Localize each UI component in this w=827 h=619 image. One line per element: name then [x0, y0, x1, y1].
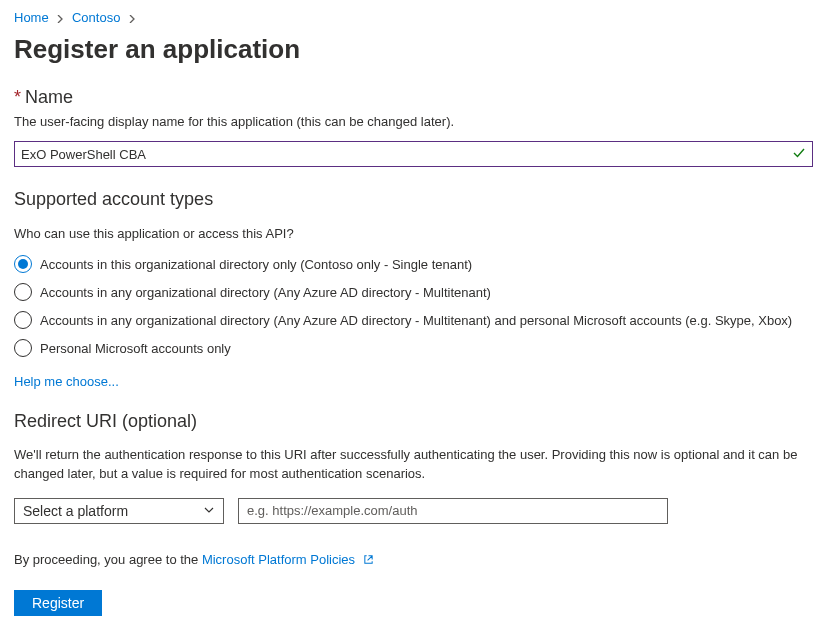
external-link-icon — [363, 553, 374, 568]
register-button[interactable]: Register — [14, 590, 102, 616]
platform-select[interactable]: Select a platform — [14, 498, 224, 524]
radio-icon — [14, 255, 32, 273]
help-me-choose-link[interactable]: Help me choose... — [14, 374, 119, 389]
chevron-right-icon — [128, 11, 136, 26]
radio-option-multitenant-personal[interactable]: Accounts in any organizational directory… — [14, 311, 813, 329]
radio-option-single-tenant[interactable]: Accounts in this organizational director… — [14, 255, 813, 273]
breadcrumb-home[interactable]: Home — [14, 10, 49, 25]
page-title: Register an application — [14, 34, 813, 65]
radio-option-personal-only[interactable]: Personal Microsoft accounts only — [14, 339, 813, 357]
account-types-question: Who can use this application or access t… — [14, 226, 813, 241]
radio-icon — [14, 283, 32, 301]
redirect-heading: Redirect URI (optional) — [14, 411, 813, 432]
platform-policies-link[interactable]: Microsoft Platform Policies — [202, 552, 355, 567]
radio-icon — [14, 339, 32, 357]
account-types-radio-group: Accounts in this organizational director… — [14, 255, 813, 357]
radio-label: Accounts in any organizational directory… — [40, 285, 491, 300]
name-description: The user-facing display name for this ap… — [14, 114, 813, 129]
radio-icon — [14, 311, 32, 329]
name-input[interactable] — [21, 147, 786, 162]
chevron-right-icon — [56, 11, 64, 26]
redirect-description: We'll return the authentication response… — [14, 446, 813, 484]
radio-label: Accounts in any organizational directory… — [40, 313, 792, 328]
name-input-wrapper[interactable] — [14, 141, 813, 167]
platform-select-value: Select a platform — [23, 503, 128, 519]
radio-label: Accounts in this organizational director… — [40, 257, 472, 272]
account-types-heading: Supported account types — [14, 189, 813, 210]
redirect-uri-input[interactable] — [238, 498, 668, 524]
chevron-down-icon — [203, 503, 215, 519]
radio-option-multitenant[interactable]: Accounts in any organizational directory… — [14, 283, 813, 301]
breadcrumb-contoso[interactable]: Contoso — [72, 10, 120, 25]
radio-label: Personal Microsoft accounts only — [40, 341, 231, 356]
breadcrumb: Home Contoso — [14, 10, 813, 26]
required-star-icon: * — [14, 87, 21, 107]
name-label: *Name — [14, 87, 813, 108]
checkmark-icon — [792, 146, 806, 163]
agree-text: By proceeding, you agree to the Microsof… — [14, 552, 813, 568]
